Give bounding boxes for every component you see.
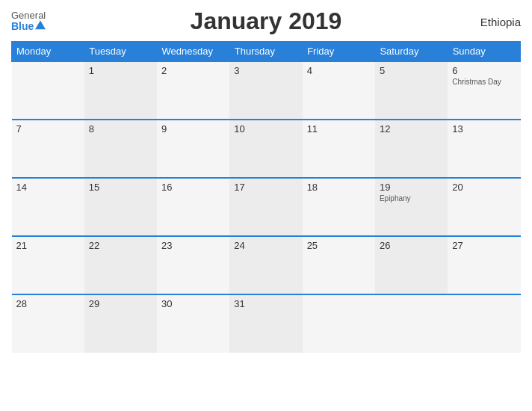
day-number: 31 [234, 298, 297, 309]
day-number: 5 [380, 65, 443, 76]
calendar-cell: 5 [375, 61, 448, 120]
calendar-cell: 17 [229, 178, 302, 236]
day-number: 15 [89, 182, 152, 193]
calendar-cell: 10 [229, 120, 302, 178]
calendar-week-row: 21222324252627 [12, 236, 521, 294]
calendar-cell: 19Epiphany [375, 178, 448, 236]
calendar-cell: 15 [84, 178, 157, 236]
calendar-cell: 14 [12, 178, 84, 236]
header-thursday: Thursday [229, 42, 302, 62]
day-number: 30 [161, 298, 225, 309]
calendar-cell: 11 [303, 120, 375, 178]
header-monday: Monday [12, 42, 84, 62]
day-number: 7 [16, 123, 80, 135]
calendar-cell: 16 [157, 178, 229, 236]
calendar-cell: 1 [84, 61, 157, 120]
day-number: 11 [307, 123, 371, 135]
header-friday: Friday [303, 42, 375, 62]
calendar-cell: 9 [157, 120, 229, 178]
header-sunday: Sunday [448, 42, 520, 62]
calendar-cell: 3 [229, 61, 302, 120]
weekday-header-row: Monday Tuesday Wednesday Thursday Friday… [12, 42, 521, 62]
day-number: 29 [89, 298, 152, 309]
day-number: 18 [307, 182, 371, 193]
day-number: 16 [161, 182, 225, 193]
calendar-cell: 21 [12, 236, 84, 294]
calendar-cell: 25 [303, 236, 375, 294]
day-number: 23 [161, 240, 225, 251]
day-number: 9 [161, 123, 225, 135]
calendar-cell: 27 [448, 236, 520, 294]
holiday-label: Epiphany [380, 194, 443, 203]
calendar-cell [375, 294, 448, 353]
day-number: 20 [452, 182, 516, 193]
calendar-header: General Blue January 2019 Ethiopia [11, 7, 521, 35]
calendar-week-row: 78910111213 [12, 120, 521, 178]
header-wednesday: Wednesday [157, 42, 229, 62]
day-number: 17 [234, 182, 297, 193]
logo-general-text: General [11, 10, 46, 21]
calendar-cell: 31 [229, 294, 302, 353]
day-number: 14 [16, 182, 80, 193]
calendar-container: General Blue January 2019 Ethiopia Monda… [0, 0, 532, 411]
day-number: 25 [307, 240, 371, 251]
day-number: 8 [89, 123, 152, 135]
calendar-cell: 24 [229, 236, 302, 294]
day-number: 4 [307, 65, 371, 76]
calendar-cell: 29 [84, 294, 157, 353]
calendar-cell: 6Christmas Day [448, 61, 520, 120]
day-number: 19 [380, 182, 443, 193]
logo-triangle-icon [35, 21, 46, 30]
calendar-cell: 22 [84, 236, 157, 294]
calendar-cell: 18 [303, 178, 375, 236]
calendar-cell: 26 [375, 236, 448, 294]
holiday-label: Christmas Day [452, 78, 516, 86]
day-number: 1 [89, 65, 152, 76]
logo-blue-text: Blue [11, 21, 34, 32]
calendar-cell [448, 294, 520, 353]
calendar-body: 123456Christmas Day789101112131415161718… [12, 61, 521, 353]
header-saturday: Saturday [375, 42, 448, 62]
day-number: 22 [89, 240, 152, 251]
calendar-cell: 28 [12, 294, 84, 353]
day-number: 3 [234, 65, 297, 76]
day-number: 10 [234, 123, 297, 135]
calendar-cell [12, 61, 84, 120]
day-number: 26 [380, 240, 443, 251]
header-tuesday: Tuesday [84, 42, 157, 62]
calendar-week-row: 28293031 [12, 294, 521, 353]
day-number: 13 [452, 123, 516, 135]
calendar-cell: 4 [303, 61, 375, 120]
day-number: 6 [452, 65, 516, 76]
calendar-cell: 30 [157, 294, 229, 353]
calendar-cell: 13 [448, 120, 520, 178]
logo: General Blue [11, 10, 46, 33]
calendar-cell: 23 [157, 236, 229, 294]
day-number: 2 [161, 65, 225, 76]
country-label: Ethiopia [480, 15, 521, 28]
day-number: 24 [234, 240, 297, 251]
calendar-cell: 2 [157, 61, 229, 120]
calendar-cell: 7 [12, 120, 84, 178]
calendar-cell [303, 294, 375, 353]
calendar-cell: 20 [448, 178, 520, 236]
day-number: 21 [16, 240, 80, 251]
day-number: 12 [380, 123, 443, 135]
calendar-cell: 8 [84, 120, 157, 178]
calendar-week-row: 123456Christmas Day [12, 61, 521, 120]
day-number: 28 [16, 298, 80, 309]
calendar-week-row: 141516171819Epiphany20 [12, 178, 521, 236]
calendar-table: Monday Tuesday Wednesday Thursday Friday… [11, 41, 521, 353]
calendar-title: January 2019 [191, 7, 342, 35]
day-number: 27 [452, 240, 516, 251]
calendar-cell: 12 [375, 120, 448, 178]
